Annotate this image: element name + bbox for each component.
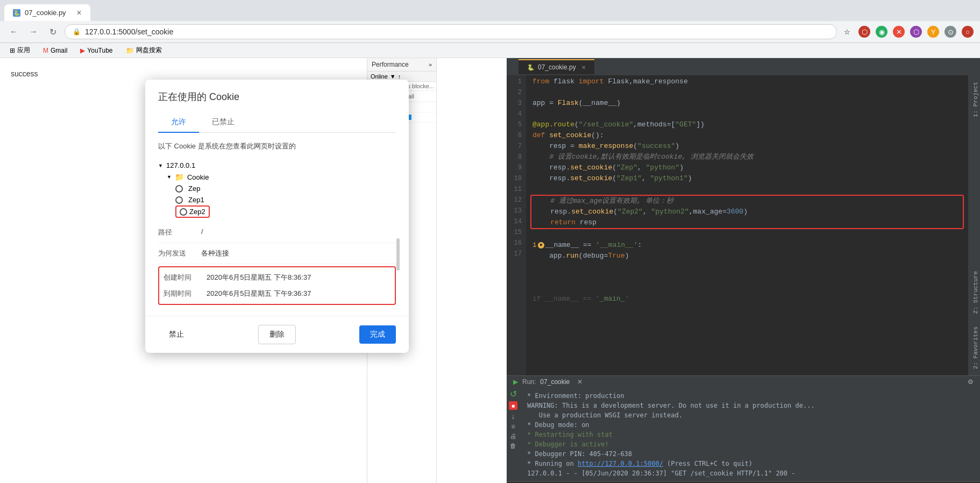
run-settings-icon[interactable]: ⚙ [968, 378, 974, 386]
created-label: 创建时间 [164, 273, 207, 282]
send-label: 为何发送 [158, 248, 201, 258]
delete-button[interactable]: 删除 [258, 325, 296, 344]
run-panel: ▶ Run: 07_cookie ✕ ⚙ ↺ ■ ↓ ≡ 🖨 🗑 * Envir… [507, 375, 980, 483]
line-8: 8 [507, 152, 522, 162]
tree-cookie-folder[interactable]: ▼ 📁 Cookie [167, 171, 396, 183]
browser-chrome: 🐍 07_cookie.py ✕ ← → ↻ 🔒 127.0.0.1:5000/… [0, 0, 980, 58]
bookmark-netdisk[interactable]: 📁 网盘搜索 [123, 45, 165, 56]
folder-icon: 📁 [175, 173, 184, 181]
expires-label: 到期时间 [164, 289, 207, 299]
active-tab[interactable]: 🐍 07_cookie.py ✕ [4, 4, 90, 21]
close-tab-button[interactable]: ✕ [76, 9, 82, 17]
bookmarks-bar: ⊞ 应用 M Gmail ▶ YouTube 📁 网盘搜索 [0, 43, 980, 58]
dropdown-icon[interactable]: ▼ [390, 73, 396, 80]
print-button[interactable]: 🖨 [509, 432, 517, 440]
dialog-title: 正在使用的 Cookie [158, 90, 396, 103]
restart-button[interactable]: ↺ [509, 389, 517, 399]
code-line-11 [532, 184, 962, 195]
bookmark-netdisk-label: 网盘搜索 [136, 46, 162, 55]
extra-line-1 [532, 272, 962, 283]
code-line-10: resp.set_cookie("Zep1", "python1") [532, 173, 962, 184]
bookmark-youtube[interactable]: ▶ YouTube [77, 46, 116, 55]
tree-zep[interactable]: Zep [175, 183, 396, 194]
ide-tab-bar: 🐍 07_cookie.py ✕ [507, 58, 980, 75]
tree-zep1[interactable]: Zep1 [175, 194, 396, 205]
cookie-dialog: 正在使用的 Cookie 允许 已禁止 以下 Cookie 是系统在您查看此网页… [145, 80, 409, 353]
ide-tab-icon: 🐍 [527, 64, 535, 71]
trash-button[interactable]: 🗑 [509, 442, 517, 450]
extension-icon-4[interactable]: ⬡ [910, 26, 922, 38]
network-header-label: Performance [372, 61, 409, 68]
vertical-tab-project[interactable]: 1: Project [968, 75, 980, 124]
run-close-icon[interactable]: ✕ [577, 378, 583, 386]
bookmark-gmail[interactable]: M Gmail [40, 46, 70, 55]
ide-active-tab[interactable]: 🐍 07_cookie.py ✕ [519, 59, 594, 74]
back-button[interactable]: ← [6, 24, 22, 39]
scroll-button[interactable]: ↓ [509, 412, 517, 421]
done-button[interactable]: 完成 [359, 325, 396, 344]
upload-icon[interactable]: ↑ [398, 73, 401, 80]
run-line-4: * Debug mode: on [527, 420, 971, 430]
send-value: 各种连接 [201, 248, 229, 258]
address-text: 127.0.0.1:5000/set_cookie [85, 27, 829, 36]
lock-icon: 🔒 [73, 28, 81, 35]
ide-tab-close[interactable]: ✕ [581, 65, 586, 70]
line-15: 15 [507, 227, 522, 238]
tab-allow[interactable]: 允许 [158, 112, 199, 132]
scrollbar[interactable] [396, 222, 400, 305]
network-panel-header: Performance » [367, 58, 436, 72]
line-3: 3 [507, 98, 522, 109]
address-bar[interactable]: 🔒 127.0.0.1:5000/set_cookie [65, 24, 837, 39]
code-column[interactable]: from flask import Flask,make_response ap… [526, 75, 968, 375]
dialog-footer: 禁止 删除 完成 [145, 316, 409, 353]
bookmark-apps[interactable]: ⊞ 应用 [6, 45, 33, 56]
extra-line-3: if __name__ == '_main_' [532, 294, 962, 304]
dialog-desc: 以下 Cookie 是系统在您查看此网页时设置的 [158, 141, 396, 151]
detail-created: 创建时间 2020年6月5日星期五 下午8:36:37 [164, 269, 390, 286]
network-expand-icon[interactable]: » [429, 61, 432, 68]
run-line-1: * Environment: production [527, 391, 971, 401]
expires-value: 2020年6月5日星期五 下午9:36:37 [207, 289, 311, 299]
stop-button[interactable]: ■ [509, 401, 517, 410]
line-13: 13 [507, 205, 522, 216]
extension-icon-1[interactable]: ⬡ [858, 26, 870, 38]
dialog-header: 正在使用的 Cookie 允许 已禁止 [145, 80, 409, 133]
tree-zep1-label: Zep1 [188, 196, 204, 204]
bookmark-youtube-label: YouTube [87, 47, 112, 54]
tree-root-label: 127.0.0.1 [166, 161, 195, 169]
extension-icon-5[interactable]: Y [927, 26, 939, 38]
netdisk-icon: 📁 [126, 47, 134, 54]
path-value: / [201, 228, 203, 237]
reload-button[interactable]: ↻ [45, 24, 60, 39]
extension-icon-2[interactable]: ◉ [876, 26, 887, 38]
run-output: * Environment: production WARNING: This … [521, 389, 978, 480]
extension-icon-3[interactable]: ✕ [893, 26, 905, 38]
code-line-5: @app.route("/set_cookie",methods=["GET"]… [532, 119, 962, 130]
extension-icon-6[interactable]: ⊙ [945, 26, 956, 38]
run-link[interactable]: http://127.0.0.1:5000/ [578, 460, 663, 467]
code-line-3: app = Flask(__name__) [532, 98, 962, 109]
nav-bar: ← → ↻ 🔒 127.0.0.1:5000/set_cookie ☆ ⬡ ◉ … [0, 21, 980, 43]
tree-root[interactable]: ▼ 127.0.0.1 [158, 160, 396, 171]
code-line-13: resp.set_cookie("Zep2", "python2",max_ag… [534, 207, 961, 217]
run-label: Run: [522, 378, 536, 386]
code-line-7: resp = make_response("success") [532, 141, 962, 152]
forward-button[interactable]: → [26, 24, 41, 39]
block-button[interactable]: 禁止 [158, 325, 195, 344]
tab-blocked[interactable]: 已禁止 [199, 112, 247, 132]
run-line-6: * Debugger is active! [527, 439, 971, 449]
vertical-tab-favorites[interactable]: 2: Favorites [968, 320, 980, 375]
extension-icon-7[interactable]: ○ [962, 26, 974, 38]
tree-zep2[interactable]: Zep2 [175, 205, 210, 218]
line-11: 11 [507, 184, 522, 195]
code-line-15 [532, 229, 962, 240]
wrap-button[interactable]: ≡ [509, 423, 517, 430]
code-line-2 [532, 87, 962, 98]
cookie-gear-icon-1 [175, 185, 183, 193]
vertical-tab-structure[interactable]: Z: Structure [968, 265, 980, 320]
tree-zep2-label: Zep2 [189, 208, 205, 216]
bookmark-gmail-label: Gmail [51, 47, 67, 54]
extra-line-2 [532, 283, 962, 294]
bookmark-star-icon[interactable]: ☆ [841, 26, 853, 38]
tab-favicon: 🐍 [13, 9, 20, 17]
